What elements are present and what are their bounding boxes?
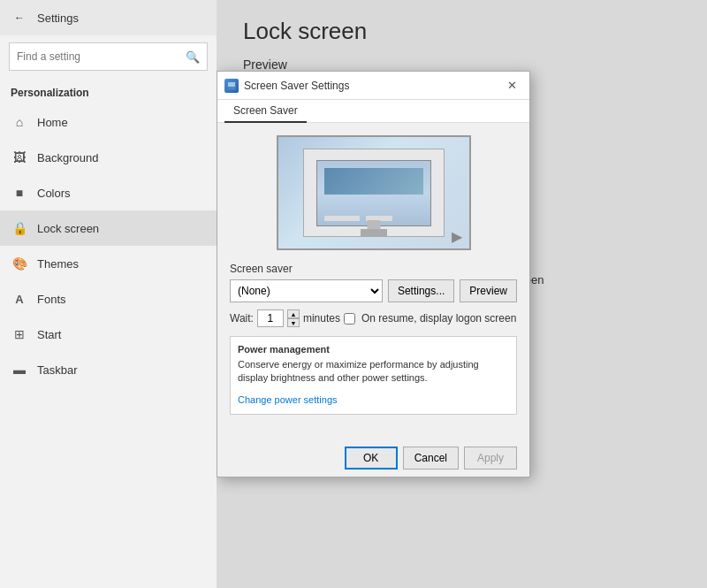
sidebar-item-background[interactable]: 🖼 Background (0, 140, 217, 175)
sidebar-item-background-label: Background (37, 151, 98, 164)
sidebar-item-lock-screen-label: Lock screen (37, 222, 99, 235)
dialog-tab-bar: Screen Saver (217, 100, 529, 123)
sidebar-title: Settings (37, 11, 79, 25)
spinner: ▲ ▼ (287, 309, 300, 327)
sidebar-item-themes-label: Themes (37, 257, 79, 271)
themes-icon: 🎨 (11, 255, 28, 272)
lock-icon: 🔒 (11, 219, 28, 237)
dialog-body: ▶ Screen saver (None) Settings... Previe… (217, 123, 529, 439)
cancel-button[interactable]: Cancel (403, 447, 459, 470)
sidebar-item-taskbar[interactable]: ▬ Taskbar (0, 352, 217, 387)
spin-down-button[interactable]: ▼ (287, 318, 300, 327)
wait-label: Wait: (230, 312, 254, 325)
spin-up-button[interactable]: ▲ (287, 309, 300, 318)
ss-settings-button[interactable]: Settings... (388, 279, 454, 302)
sidebar-item-fonts-label: Fonts (37, 293, 66, 306)
colors-icon: ■ (11, 184, 28, 202)
wait-row: Wait: ▲ ▼ minutes On resume, display log… (230, 309, 517, 327)
ss-form-section: Screen saver (None) Settings... Preview … (230, 263, 517, 327)
sidebar-item-taskbar-label: Taskbar (37, 363, 78, 377)
sidebar-header: ← Settings (0, 0, 217, 35)
sidebar-item-start[interactable]: ⊞ Start (0, 317, 217, 352)
apply-button[interactable]: Apply (464, 447, 517, 470)
dialog-icon (224, 79, 239, 93)
svg-rect-1 (228, 82, 235, 87)
taskbar-icon: ▬ (11, 361, 28, 378)
dialog-overlay: Screen Saver Settings ✕ Screen Saver (217, 0, 707, 588)
sidebar-item-themes[interactable]: 🎨 Themes (0, 246, 217, 281)
fonts-icon: A (11, 290, 28, 308)
sidebar-item-home-label: Home (37, 116, 68, 129)
background-icon: 🖼 (11, 149, 28, 166)
start-icon: ⊞ (11, 325, 28, 343)
power-desc: Conserve energy or maximize performance … (238, 358, 509, 386)
change-power-settings-link[interactable]: Change power settings (238, 394, 338, 405)
dialog-close-button[interactable]: ✕ (502, 78, 522, 93)
dialog-titlebar: Screen Saver Settings ✕ (217, 72, 529, 100)
ss-monitor-base (361, 229, 387, 236)
sidebar-item-colors-label: Colors (37, 187, 71, 200)
screen-saver-dialog: Screen Saver Settings ✕ Screen Saver (217, 71, 530, 477)
personalization-label: Personalization (0, 78, 217, 104)
resume-label: On resume, display logon screen (361, 312, 516, 325)
resume-checkbox[interactable] (344, 313, 355, 325)
dialog-tab-screen-saver[interactable]: Screen Saver (224, 100, 307, 123)
ss-preview-button[interactable]: Preview (460, 279, 517, 302)
power-title: Power management (238, 344, 509, 355)
minutes-label: minutes (303, 312, 340, 325)
ss-preview-inner (303, 149, 445, 237)
ok-button[interactable]: OK (345, 447, 398, 470)
ss-preview-box: ▶ (277, 135, 471, 250)
search-input[interactable] (17, 50, 186, 63)
home-icon: ⌂ (11, 113, 28, 131)
ss-monitor-stand (367, 220, 380, 229)
ss-dropdown[interactable]: (None) (230, 279, 383, 302)
power-management-section: Power management Conserve energy or maxi… (230, 336, 517, 415)
search-icon[interactable]: 🔍 (186, 50, 200, 64)
search-box[interactable]: 🔍 (9, 42, 208, 71)
ss-preview-screen (316, 160, 431, 226)
ss-form-label: Screen saver (230, 263, 517, 275)
sidebar-item-fonts[interactable]: A Fonts (0, 281, 217, 317)
sidebar-item-lock-screen[interactable]: 🔒 Lock screen (0, 210, 217, 246)
dialog-title-text: Screen Saver Settings (244, 80, 502, 92)
dialog-footer: OK Cancel Apply (217, 439, 529, 477)
sidebar-item-colors[interactable]: ■ Colors (0, 175, 217, 210)
sidebar-item-start-label: Start (37, 328, 61, 341)
ss-dropdown-row: (None) Settings... Preview (230, 279, 517, 302)
sidebar-item-home[interactable]: ⌂ Home (0, 104, 217, 140)
main-content: Lock screen Preview Show lock screen bac… (217, 0, 707, 588)
back-button[interactable]: ← (11, 10, 28, 26)
wait-input[interactable] (257, 309, 284, 327)
svg-rect-2 (230, 88, 233, 88)
sidebar: ← Settings 🔍 Personalization ⌂ Home 🖼 Ba… (0, 0, 217, 588)
